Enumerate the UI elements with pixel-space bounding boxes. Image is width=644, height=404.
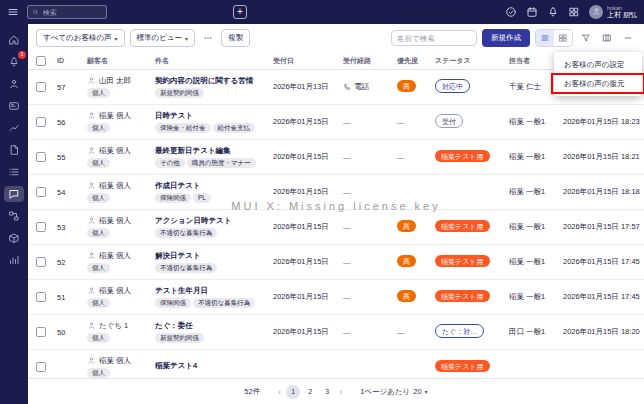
row-id: 51 — [57, 293, 65, 302]
settings-dropdown-menu: お客様の声の設定お客様の声の復元 — [554, 52, 642, 96]
row-checkbox[interactable] — [36, 187, 46, 197]
page-buttons: 123 — [286, 385, 334, 399]
status-cell: 稲葉テスト用 — [432, 290, 506, 304]
name-search-input[interactable] — [397, 34, 471, 43]
row-checkbox[interactable] — [36, 152, 46, 162]
table-row[interactable]: 54 稲葉 個人 個人 作成日テスト 保険関係PL 2026年01月15日 — … — [28, 175, 644, 210]
customer-type-badge: 個人 — [87, 368, 110, 378]
row-checkbox[interactable] — [36, 292, 46, 302]
page-button[interactable]: 1 — [286, 385, 300, 399]
channel-cell: 電話 — [340, 82, 394, 93]
prev-page-icon[interactable]: ‹ — [276, 387, 283, 397]
next-page-icon[interactable]: › — [337, 387, 344, 397]
subject-text: 契約内容の説明に関する苦情 — [155, 76, 267, 86]
minus-icon[interactable] — [620, 30, 636, 46]
sidebar-item-notifications[interactable]: 1 — [4, 54, 24, 70]
customer-avatar-icon — [87, 146, 96, 155]
empty-value: — — [343, 118, 351, 127]
phone-icon — [343, 83, 351, 91]
name-search[interactable] — [391, 30, 477, 46]
subject-tags: 新規契約関係 — [155, 88, 267, 99]
page-button[interactable]: 2 — [303, 385, 317, 399]
menu-icon[interactable] — [7, 6, 19, 18]
sidebar-item-storage[interactable] — [4, 230, 24, 246]
topbar: + hokan 上村 朋弘 — [0, 0, 644, 24]
table-row[interactable]: 55 稲葉 個人 個人 最終更新日テスト編集 その他職員の態度・マナー 2026… — [28, 140, 644, 175]
page-button[interactable]: 3 — [320, 385, 334, 399]
column-header[interactable]: 件名 — [152, 56, 270, 66]
received-date: 2026年01月15日 — [273, 152, 329, 161]
row-id: 54 — [57, 188, 65, 197]
menu-item[interactable]: お客様の声の設定 — [554, 55, 642, 74]
column-header[interactable]: 顧客名 — [84, 56, 152, 66]
sidebar-item-analytics[interactable] — [4, 120, 24, 136]
updated-at: 2026年01月15日 18:21 — [563, 152, 640, 161]
sidebar-item-reports[interactable] — [4, 252, 24, 268]
calendar-icon[interactable] — [526, 6, 538, 18]
user-menu[interactable]: hokan 上村 朋弘 — [589, 5, 637, 19]
updated-at: 2026年01月15日 18:18 — [563, 187, 640, 196]
received-date: 2026年01月15日 — [273, 292, 329, 301]
sidebar-item-contacts[interactable] — [4, 98, 24, 114]
row-checkbox[interactable] — [36, 222, 46, 232]
table-row[interactable]: 57 山田 太郎 個人 契約内容の説明に関する苦情 新規契約関係 2026年01… — [28, 70, 644, 105]
list-view-icon[interactable] — [536, 30, 554, 46]
column-header[interactable]: ステータス — [432, 56, 506, 66]
table-row[interactable]: 稲葉 個人 個人 稲葉テスト4 稲葉テスト用 — [28, 350, 644, 378]
table-row[interactable]: 56 稲葉 個人 個人 日時テスト 保険金・給付金給付金支払 2026年01月1… — [28, 105, 644, 140]
customer-type-badge: 個人 — [87, 123, 110, 134]
notifications-icon[interactable] — [547, 6, 559, 18]
subject-tags: 保険関係PL — [155, 193, 267, 204]
global-search-input[interactable] — [43, 9, 102, 16]
duplicate-button[interactable]: 複製 — [221, 29, 250, 47]
subject-tag: 職員の態度・マナー — [187, 158, 256, 169]
channel-cell: — — [340, 223, 394, 232]
sidebar-item-voice[interactable] — [4, 186, 24, 202]
subject-text: テスト生年月日 — [155, 286, 267, 296]
table-row[interactable]: 50 たぐち 1 個人 たぐ：委任 新規契約関係 2026年01月15日 — —… — [28, 315, 644, 350]
sidebar-item-tasks[interactable] — [4, 164, 24, 180]
updated-at: 2026年01月15日 17:45 — [563, 257, 640, 266]
column-header[interactable]: ID — [54, 57, 84, 64]
subject-tag: 新規契約関係 — [155, 333, 204, 344]
subject-text: 最終更新日テスト編集 — [155, 146, 267, 156]
column-header[interactable]: 受付経路 — [340, 56, 394, 66]
view-selector[interactable]: 標準のビュー▾ — [130, 29, 196, 47]
subject-tags: 保険関係不適切な募集行為 — [155, 298, 267, 309]
row-checkbox[interactable] — [36, 117, 46, 127]
sidebar-item-home[interactable] — [4, 32, 24, 48]
table-row[interactable]: 51 稲葉 個人 個人 テスト生年月日 保険関係不適切な募集行為 2026年01… — [28, 280, 644, 315]
row-checkbox[interactable] — [36, 257, 46, 267]
sidebar-item-customers[interactable] — [4, 76, 24, 92]
scope-selector[interactable]: すべてのお客様の声▾ — [36, 29, 125, 47]
row-checkbox[interactable] — [36, 362, 46, 372]
priority-badge: 高 — [397, 255, 416, 267]
create-button[interactable]: 新規作成 — [482, 29, 530, 47]
columns-icon[interactable] — [599, 30, 615, 46]
select-all-checkbox[interactable] — [36, 56, 46, 66]
sidebar-item-workflow[interactable] — [4, 208, 24, 224]
column-header[interactable]: 担当者 — [506, 56, 560, 66]
grid-view-icon[interactable] — [554, 30, 572, 46]
view-mode-toggle — [535, 29, 573, 47]
table-row[interactable]: 52 稲葉 個人 個人 解決日テスト 不適切な募集行為 2026年01月15日 … — [28, 245, 644, 280]
row-checkbox[interactable] — [36, 82, 46, 92]
sidebar-item-documents[interactable] — [4, 142, 24, 158]
row-checkbox[interactable] — [36, 327, 46, 337]
status-cell: 稲葉テスト用 — [432, 220, 506, 234]
customer-name: たぐち 1 — [99, 321, 128, 331]
column-header[interactable]: 受付日 — [270, 56, 340, 66]
more-options-icon[interactable] — [200, 30, 216, 46]
column-header[interactable]: 優先度 — [394, 56, 432, 66]
check-circle-icon[interactable] — [505, 6, 517, 18]
menu-item[interactable]: お客様の声の復元 — [554, 74, 642, 93]
filter-icon[interactable] — [578, 30, 594, 46]
global-search[interactable] — [27, 5, 107, 19]
apps-icon[interactable] — [568, 6, 580, 18]
subject-tag: 不適切な募集行為 — [155, 228, 217, 239]
status-badge: 稲葉テスト用 — [435, 255, 490, 267]
quick-add-button[interactable]: + — [233, 5, 247, 19]
assignee-name: 千葉 仁士 — [509, 82, 541, 91]
table-row[interactable]: 53 稲葉 個人 個人 アクション日時テスト 不適切な募集行為 2026年01月… — [28, 210, 644, 245]
per-page-select[interactable]: 1ページあたり 20 ▾ — [360, 387, 427, 397]
